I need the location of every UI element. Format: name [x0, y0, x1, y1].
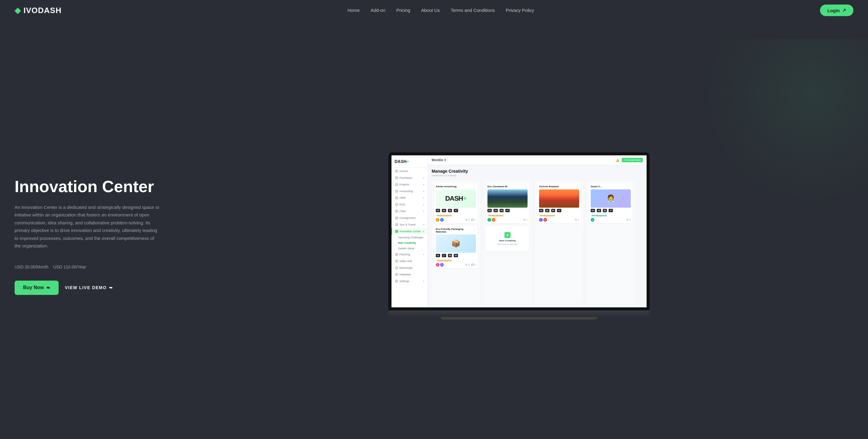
buy-now-button[interactable]: Buy Now ❧	[14, 281, 59, 295]
card-avatars-smart: S	[591, 218, 594, 222]
card-title-eve: Eve Cleveland 69	[488, 185, 507, 188]
innovation-arrow: ▼	[423, 230, 425, 233]
sidebar-item-hrm[interactable]: HRM ▸	[392, 195, 428, 201]
nav-about[interactable]: About Us	[421, 8, 440, 13]
card-counts-victoria: 📎 0	[575, 218, 579, 221]
sidebar-item-invoice[interactable]: Invoice	[392, 168, 428, 175]
demo-icon: ➥	[109, 285, 113, 290]
invoice-icon	[395, 170, 398, 173]
dash-breadcrumb: Dashboard > Creativity	[432, 174, 643, 177]
nav-addon[interactable]: Add-on	[371, 8, 385, 13]
kanban-card-new-creativity[interactable]: + New Creativity Click here to add here	[486, 226, 529, 252]
avatar-6: F	[492, 218, 495, 222]
attachments-count-eve: 📎 0	[523, 218, 528, 221]
nav-privacy[interactable]: Privacy Policy	[506, 8, 534, 13]
sidebar-item-consignment[interactable]: Consignment	[392, 215, 428, 221]
dash-sidebar: DASH+ Invoice Purchases ▸	[392, 155, 428, 308]
notification-icon[interactable]: 🔔	[616, 159, 619, 162]
kanban-col-3: Victoria Rowland ⋮ 00 : 28	[535, 181, 583, 303]
new-creativity-plus-icon: +	[504, 232, 510, 238]
login-button[interactable]: Login ↗	[820, 5, 854, 16]
kanban-col-2: Eve Cleveland 69 ⋮ 00 : 28	[483, 181, 532, 303]
kanban-card-victoria: Victoria Rowland ⋮ 00 : 28	[537, 183, 581, 224]
hero-section: Innovation Center An Innovation Center i…	[0, 21, 868, 439]
card-footer-victoria: V R 📎 0	[539, 218, 579, 222]
card-footer-adrian: A B 📎 0 💬 1	[436, 218, 476, 222]
laptop-mockup: DASH+ Invoice Purchases ▸	[389, 152, 650, 320]
dash-logo: DASH+	[395, 159, 409, 164]
video-icon	[395, 260, 398, 263]
kanban-col-4: Smart C... ⋮ 🧑‍💼 00 :	[586, 181, 635, 303]
card-badge-eve: Pending Approval	[488, 214, 504, 217]
attachments-count-smart: 📎 0	[626, 218, 631, 221]
dash-topbar: WorkDo ▾ 🔔 ✦ Create Work	[428, 155, 647, 165]
card-timer-victoria: 00 : 28 : 59 : 47	[539, 209, 579, 212]
sidebar-sub-new-creativity[interactable]: New Creativity	[392, 240, 428, 246]
sidebar-item-video[interactable]: Video Hub	[392, 258, 428, 264]
dash-logo-area: DASH+	[392, 155, 428, 168]
sidebar-sub-system-setup[interactable]: System Setup	[392, 246, 428, 251]
sidebar-item-helpdesk[interactable]: Helpdesk	[392, 271, 428, 278]
innovation-icon	[395, 230, 398, 233]
sidebar-item-pos[interactable]: POS ▸	[392, 201, 428, 208]
sidebar-item-messenger[interactable]: Messenger	[392, 264, 428, 271]
card-avatars-eve: E F	[488, 218, 495, 222]
card-header-victoria: Victoria Rowland ⋮	[539, 185, 579, 188]
avatar-3: C	[436, 263, 439, 267]
dash-topbar-right: 🔔 ✦ Create Work	[616, 158, 643, 162]
avatar-8: R	[543, 218, 547, 222]
comments-count-pkg: 💬 0	[471, 264, 476, 266]
kanban-card-packaging: Eco-Friendly Packaging Materials ⋮ 📦 51	[434, 226, 478, 268]
pos-arrow: ▸	[423, 203, 425, 206]
hrm-arrow: ▸	[423, 197, 425, 199]
card-image-smart: 🧑‍💼	[591, 189, 631, 208]
planning-arrow: ▸	[423, 253, 425, 256]
nav-pricing[interactable]: Pricing	[396, 8, 410, 13]
sidebar-item-purchases[interactable]: Purchases ▸	[392, 175, 428, 181]
new-creativity-label: New Creativity	[499, 239, 516, 242]
card-menu-adrian[interactable]: ⋮	[473, 185, 476, 188]
sidebar-item-accounting[interactable]: Accounting ▸	[392, 188, 428, 195]
card-menu-packaging[interactable]: ⋮	[473, 229, 476, 232]
sidebar-item-crm[interactable]: CRM ▸	[392, 208, 428, 215]
sidebar-item-planning[interactable]: Planning ▸	[392, 251, 428, 258]
card-menu-victoria[interactable]: ⋮	[576, 185, 579, 188]
pos-icon	[395, 203, 398, 206]
nav-home[interactable]: Home	[347, 8, 360, 13]
workspace-arrow-icon: ▾	[444, 158, 446, 162]
nav-terms[interactable]: Terms and Conditions	[451, 8, 495, 13]
logo[interactable]: ◆ IVODASH	[14, 6, 62, 15]
settings-icon	[395, 280, 398, 283]
card-badge-smart: Pending Approval	[591, 214, 608, 217]
sidebar-item-tour[interactable]: Tour & Travel ▸	[392, 221, 428, 228]
sidebar-item-projects[interactable]: Projects ▸	[392, 181, 428, 188]
sidebar-sub-upcoming[interactable]: Upcoming Challenges	[392, 235, 428, 240]
avatar-1: A	[436, 218, 439, 222]
avatar-4: D	[440, 263, 444, 267]
hero-title: Innovation Center	[14, 177, 173, 196]
crm-arrow: ▸	[423, 210, 425, 212]
login-icon: ↗	[842, 8, 846, 13]
card-menu-eve[interactable]: ⋮	[525, 185, 528, 188]
crm-icon	[395, 210, 398, 213]
card-counts-eve: 📎 0	[523, 218, 528, 221]
laptop-base	[389, 311, 650, 317]
laptop-screen: DASH+ Invoice Purchases ▸	[389, 152, 650, 311]
logo-icon: ◆	[14, 6, 21, 15]
accounting-arrow: ▸	[423, 190, 425, 193]
attachments-count-pkg: 📎 0	[465, 264, 469, 266]
sidebar-item-settings[interactable]: Settings ▸	[392, 278, 428, 285]
card-avatars-adrian: A B	[436, 218, 444, 222]
card-avatars-packaging: C D	[436, 263, 444, 267]
purchases-icon	[395, 176, 398, 179]
workspace-selector[interactable]: WorkDo ▾	[432, 158, 446, 162]
live-demo-button[interactable]: VIEW LIVE DEMO ➥	[65, 285, 113, 290]
card-image-victoria	[539, 189, 579, 208]
create-work-button[interactable]: ✦ Create Work	[622, 158, 643, 162]
card-avatars-victoria: V R	[539, 218, 547, 222]
card-menu-smart[interactable]: ⋮	[628, 185, 631, 188]
card-image-packaging: 📦	[436, 234, 476, 253]
settings-arrow: ▸	[423, 280, 425, 283]
card-title-adrian: Adrian Armstrong	[436, 185, 457, 188]
sidebar-item-innovation[interactable]: Innovation Center ▼	[392, 228, 428, 235]
